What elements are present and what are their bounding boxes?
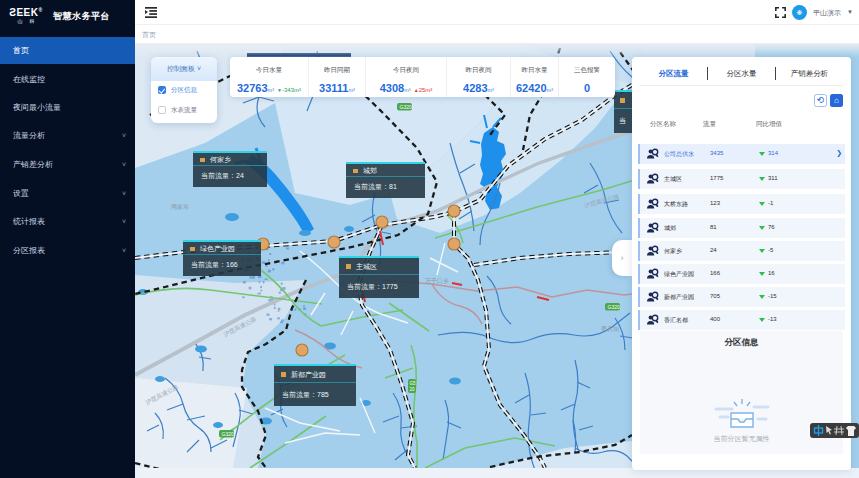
svg-text:G5: G5: [410, 381, 417, 386]
svg-text:闸家埠: 闸家埠: [171, 203, 189, 211]
svg-text:青石街: 青石街: [601, 325, 620, 333]
svg-text:20: 20: [410, 387, 416, 392]
svg-text:G320: G320: [222, 431, 234, 437]
svg-text:G320: G320: [400, 104, 412, 110]
svg-text:G320: G320: [608, 304, 620, 310]
svg-text:万子口乡: 万子口乡: [425, 277, 449, 285]
